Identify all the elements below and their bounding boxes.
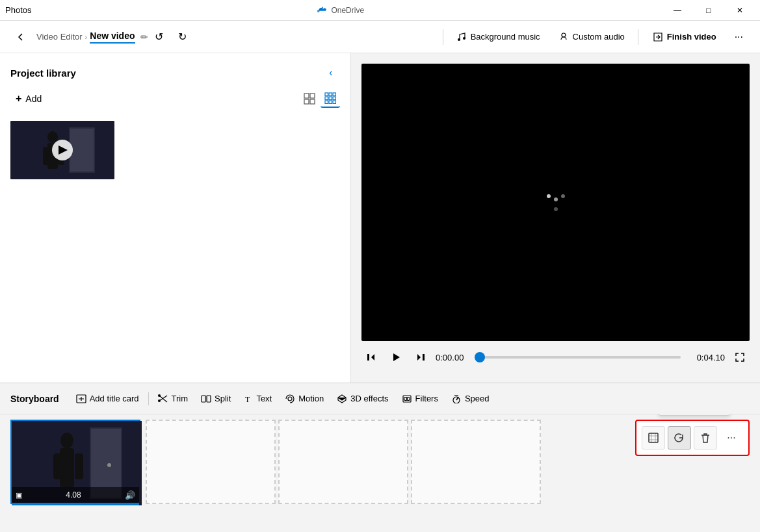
svg-rect-14	[329, 101, 332, 104]
speed-label: Speed	[465, 394, 490, 403]
grid-small-button[interactable]	[321, 90, 340, 108]
maximize-button[interactable]: □	[694, 0, 724, 21]
text-icon: T	[244, 394, 253, 403]
clip-progress-bar	[12, 503, 139, 505]
motion-button[interactable]: Motion	[278, 390, 330, 407]
breadcrumb-arrow: ›	[85, 33, 88, 41]
breadcrumb: Video Editor › New video	[36, 31, 135, 44]
svg-rect-13	[325, 101, 328, 104]
undo-button[interactable]: ↺	[148, 27, 170, 47]
breadcrumb-parent[interactable]: Video Editor	[36, 32, 83, 42]
storyboard-clip-1[interactable]: ▣ 4.08 🔊	[10, 420, 140, 504]
svg-point-1	[463, 37, 465, 40]
svg-point-2	[562, 33, 566, 37]
action-buttons-row: ···	[642, 426, 743, 450]
back-arrow-icon	[16, 32, 26, 42]
add-plus-icon: +	[16, 93, 21, 105]
minimize-button[interactable]: —	[662, 0, 692, 21]
svg-rect-41	[53, 453, 62, 479]
toolbar-divider-2	[638, 29, 638, 45]
text-label: Text	[256, 394, 272, 403]
resize-action-button[interactable]	[642, 426, 665, 450]
storyboard-placeholder-2	[278, 420, 408, 504]
redo-button[interactable]: ↻	[172, 27, 194, 47]
trash-icon	[700, 432, 711, 444]
svg-rect-42	[75, 453, 83, 479]
custom-audio-label: Custom audio	[573, 32, 625, 42]
forward-icon	[415, 352, 426, 362]
svg-rect-10	[325, 97, 328, 100]
action-more-button[interactable]: ···	[720, 426, 743, 450]
video-controls: 0:00.00 0:04.10	[361, 341, 750, 372]
svg-rect-9	[333, 93, 336, 96]
loading-dot-2	[554, 197, 558, 201]
library-toolbar: + Add	[0, 87, 350, 116]
progress-thumb[interactable]	[475, 352, 485, 362]
edit-title-icon[interactable]: ✏	[140, 32, 148, 42]
split-button[interactable]: Split	[194, 390, 237, 407]
text-button[interactable]: T Text	[237, 390, 278, 407]
video-thumbnail-item[interactable]	[10, 121, 114, 179]
fullscreen-icon	[735, 352, 745, 362]
svg-rect-18	[70, 129, 94, 171]
close-button[interactable]: ✕	[725, 0, 755, 21]
trim-button[interactable]: Trim	[151, 390, 195, 407]
speed-button[interactable]: Speed	[445, 390, 496, 407]
rotate-action-button[interactable]	[668, 426, 691, 450]
play-overlay[interactable]	[52, 140, 73, 160]
svg-rect-4	[310, 94, 315, 98]
svg-rect-15	[333, 101, 336, 104]
fullscreen-button[interactable]	[730, 348, 750, 367]
svg-rect-11	[329, 97, 332, 100]
motion-label: Motion	[298, 394, 324, 403]
main-content: Project library ‹ + Add	[0, 53, 760, 383]
rewind-button[interactable]	[361, 348, 381, 367]
storyboard-action-panel: Rotate (Ctrl + R)	[635, 420, 750, 456]
add-media-button[interactable]: + Add	[10, 90, 47, 107]
motion-icon	[285, 394, 295, 403]
svg-rect-23	[367, 354, 369, 361]
right-panel: 0:00.00 0:04.10	[351, 53, 760, 383]
filters-icon	[402, 394, 412, 403]
delete-action-button[interactable]	[694, 426, 717, 450]
back-button[interactable]	[10, 27, 31, 47]
background-music-label: Background music	[471, 32, 540, 42]
forward-button[interactable]	[411, 348, 430, 367]
storyboard-placeholder-1	[146, 420, 276, 504]
rotate-tooltip: Rotate (Ctrl + R)	[659, 414, 730, 416]
add-title-card-label: Add title card	[90, 394, 139, 403]
progress-track[interactable]	[480, 356, 681, 359]
3d-effects-button[interactable]: 3D effects	[330, 390, 395, 407]
svg-point-31	[288, 397, 292, 401]
svg-rect-44	[649, 433, 658, 442]
resize-icon	[648, 432, 659, 444]
storyboard-section: Storyboard Add title card Trim Split	[0, 383, 760, 532]
title-bar-left: Photos	[5, 5, 31, 15]
toolbar-divider-1	[443, 29, 443, 45]
svg-point-39	[60, 433, 73, 448]
svg-text:T: T	[245, 395, 250, 403]
trim-icon	[158, 394, 168, 403]
finish-video-button[interactable]: Finish video	[644, 28, 726, 46]
add-title-card-button[interactable]: Add title card	[70, 390, 146, 407]
svg-rect-6	[310, 99, 315, 104]
app-title: Photos	[5, 5, 31, 15]
view-toggle	[300, 90, 340, 108]
clip-duration-display: 4.08	[66, 490, 81, 500]
custom-audio-button[interactable]: Custom audio	[551, 28, 633, 46]
background-music-button[interactable]: Background music	[449, 28, 548, 46]
loading-dot-1	[547, 194, 551, 198]
storyboard-clips-area: ▣ 4.08 🔊 Rotate (Ctrl + R)	[0, 414, 760, 532]
loading-dot-3	[561, 194, 565, 198]
progress-bar-container[interactable]	[480, 356, 681, 359]
more-options-button[interactable]: ···	[728, 27, 750, 47]
current-time-display: 0:00.00	[436, 353, 475, 362]
collapse-library-button[interactable]: ‹	[322, 64, 340, 82]
onedrive-icon	[317, 5, 327, 16]
grid-large-button[interactable]	[300, 90, 319, 108]
filters-button[interactable]: Filters	[395, 390, 445, 407]
3d-effects-label: 3D effects	[350, 394, 388, 403]
play-button[interactable]	[386, 348, 406, 367]
library-title: Project library	[10, 68, 76, 79]
clip-bottom-bar: ▣ 4.08 🔊	[12, 487, 139, 503]
